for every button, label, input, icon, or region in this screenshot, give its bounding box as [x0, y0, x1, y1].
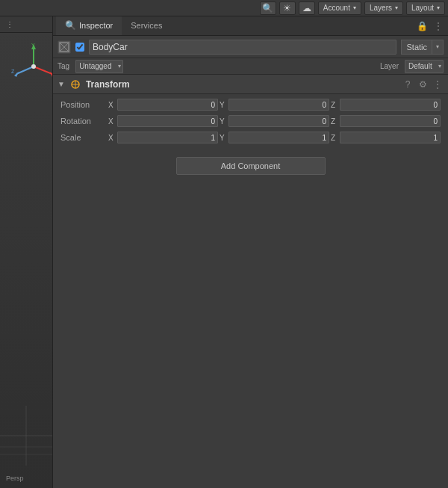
axis-gizmo: Y X Z — [7, 40, 52, 93]
rotation-y-label: Y — [220, 117, 227, 126]
add-component-label: Add Component — [221, 161, 281, 170]
scene-toolbar: ⋮ — [0, 16, 52, 33]
position-xyz-group: X Y Z — [108, 99, 441, 111]
add-component-button[interactable]: Add Component — [176, 157, 326, 175]
scale-z-input[interactable] — [340, 132, 441, 143]
top-toolbar: 🔍 ☀ ☁ Account ▾ Layers ▾ Layout ▾ — [0, 0, 448, 16]
svg-point-6 — [31, 64, 36, 69]
object-name-input[interactable] — [89, 40, 396, 55]
cloud-button[interactable]: ☁ — [299, 1, 315, 15]
layer-select[interactable]: Default — [405, 60, 444, 73]
scale-xyz-group: X Y Z — [108, 132, 441, 143]
static-dropdown: Static ▾ — [401, 40, 444, 55]
svg-line-4 — [16, 67, 34, 74]
tab-inspector[interactable]: 🔍 Inspector — [56, 16, 122, 35]
static-label: Static — [401, 40, 432, 55]
inspector-tab-label: Inspector — [79, 21, 113, 30]
lock-button[interactable]: 🔒 — [415, 19, 429, 33]
object-header: Static ▾ — [53, 36, 448, 58]
rotation-y-input[interactable] — [228, 115, 329, 127]
layers-dropdown-arrow: ▾ — [395, 4, 398, 11]
tag-select[interactable]: Untagged — [75, 60, 123, 73]
svg-line-2 — [34, 67, 52, 74]
rotation-z-input[interactable] — [340, 115, 441, 127]
layers-button[interactable]: Layers ▾ — [364, 1, 403, 15]
position-z-label: Z — [331, 101, 338, 109]
scale-y-label: Y — [220, 134, 227, 142]
static-dropdown-button[interactable]: ▾ — [432, 40, 444, 55]
bottom-area — [53, 182, 448, 488]
rotation-x-field: X — [108, 115, 218, 127]
object-active-checkbox[interactable] — [75, 43, 84, 52]
transform-menu-button[interactable]: ⋮ — [432, 78, 444, 90]
tabs-row: 🔍 Inspector Services 🔒 ⋮ — [53, 16, 448, 36]
account-label: Account — [323, 4, 350, 12]
position-row: Position X Y Z — [53, 97, 448, 112]
transform-settings-button[interactable]: ⚙ — [417, 78, 429, 90]
scale-y-field: Y — [220, 132, 329, 143]
scene-3d: Y X Z Persp — [0, 33, 52, 488]
tag-label: Tag — [57, 62, 69, 70]
position-z-input[interactable] — [340, 99, 441, 111]
position-y-input[interactable] — [228, 99, 329, 111]
scale-x-field: X — [108, 132, 218, 143]
transform-help-button[interactable]: ? — [402, 78, 414, 90]
transform-collapse-arrow[interactable]: ▼ — [57, 80, 65, 88]
scale-y-input[interactable] — [228, 132, 329, 143]
object-icon — [57, 40, 71, 54]
account-button[interactable]: Account ▾ — [318, 1, 361, 15]
scale-x-input[interactable] — [117, 132, 218, 143]
svg-marker-5 — [14, 72, 19, 77]
sun-button[interactable]: ☀ — [279, 1, 296, 15]
layers-label: Layers — [370, 4, 392, 12]
scale-x-label: X — [108, 134, 116, 142]
position-y-label: Y — [220, 101, 227, 109]
layout-dropdown-arrow: ▾ — [437, 4, 440, 11]
tag-layer-row: Tag Untagged Layer Default — [53, 58, 448, 75]
add-component-area: Add Component — [53, 149, 448, 182]
rotation-x-label: X — [108, 117, 116, 126]
search-button[interactable]: 🔍 — [260, 1, 276, 15]
position-z-field: Z — [331, 99, 441, 111]
scale-row: Scale X Y Z — [53, 130, 448, 145]
inspector-icon: 🔍 — [65, 20, 76, 31]
position-x-label: X — [108, 101, 116, 109]
rotation-xyz-group: X Y Z — [108, 115, 441, 127]
layer-label: Layer — [380, 62, 399, 70]
position-label: Position — [60, 100, 105, 109]
scene-menu-button[interactable]: ⋮ — [3, 19, 16, 31]
scale-z-field: Z — [331, 132, 441, 143]
position-x-field: X — [108, 99, 218, 111]
scene-view: ⋮ Y X — [0, 16, 53, 488]
tabs-right: 🔒 ⋮ — [415, 16, 445, 35]
scale-label: Scale — [60, 133, 105, 142]
rotation-z-field: Z — [331, 115, 441, 127]
main-layout: ⋮ Y X — [0, 16, 448, 488]
transform-title: Transform — [86, 79, 130, 90]
transform-icon — [69, 78, 81, 90]
transform-fields: Position X Y Z — [53, 94, 448, 149]
tag-select-wrapper: Untagged — [75, 60, 123, 73]
scale-z-label: Z — [331, 134, 338, 142]
transform-header-right: ? ⚙ ⋮ — [402, 78, 444, 90]
position-y-field: Y — [220, 99, 329, 111]
tabs-menu-button[interactable]: ⋮ — [432, 19, 445, 33]
layout-label: Layout — [411, 4, 434, 12]
position-x-input[interactable] — [117, 99, 218, 111]
svg-text:Y: Y — [31, 43, 35, 48]
component-transform-header: ▼ Transform ? ⚙ ⋮ — [53, 75, 448, 94]
account-dropdown-arrow: ▾ — [353, 4, 356, 11]
svg-text:Z: Z — [11, 69, 15, 74]
rotation-row: Rotation X Y Z — [53, 114, 448, 129]
rotation-label: Rotation — [60, 117, 105, 126]
tab-services[interactable]: Services — [122, 16, 171, 35]
rotation-x-input[interactable] — [117, 115, 218, 127]
rotation-y-field: Y — [220, 115, 329, 127]
rotation-z-label: Z — [331, 117, 338, 126]
layout-button[interactable]: Layout ▾ — [406, 1, 445, 15]
layer-select-wrapper: Default — [405, 60, 444, 73]
right-panel: 🔍 Inspector Services 🔒 ⋮ — [53, 16, 448, 488]
services-tab-label: Services — [131, 21, 162, 30]
persp-label: Persp — [6, 475, 24, 482]
